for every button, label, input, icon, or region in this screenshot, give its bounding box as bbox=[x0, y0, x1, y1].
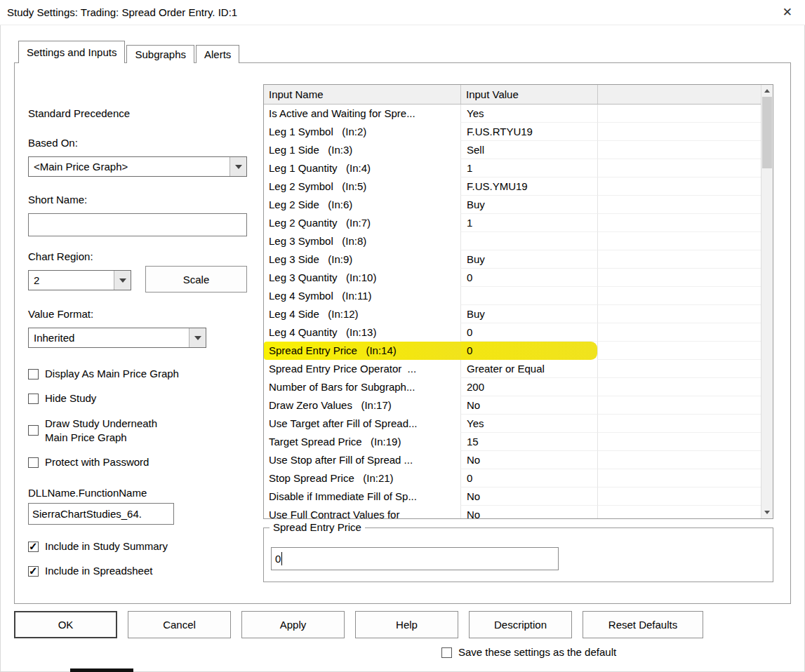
table-row[interactable]: Number of Bars for Subgraph...200 bbox=[264, 378, 773, 396]
input-value-cell: Yes bbox=[460, 105, 597, 123]
input-extra-cell bbox=[597, 269, 773, 287]
input-name-cell: Leg 1 Symbol (In:2) bbox=[264, 123, 460, 141]
chevron-down-icon[interactable] bbox=[189, 328, 206, 347]
input-extra-cell bbox=[597, 342, 773, 360]
input-extra-cell bbox=[597, 488, 773, 506]
input-value-cell: 1 bbox=[460, 159, 597, 177]
input-value-cell: Buy bbox=[460, 250, 597, 269]
input-extra-cell bbox=[597, 451, 773, 469]
checkbox-icon[interactable] bbox=[28, 542, 39, 552]
input-value-cell: 0 bbox=[460, 269, 597, 287]
scroll-up-button[interactable] bbox=[761, 85, 773, 97]
text-caret bbox=[281, 552, 282, 565]
checkbox-icon[interactable] bbox=[28, 457, 39, 468]
input-value-cell: F.US.RTYU19 bbox=[460, 123, 597, 141]
table-row[interactable]: Leg 1 Side (In:3)Sell bbox=[264, 141, 773, 159]
checkbox-draw-study-underneath[interactable]: Draw Study Underneath Main Price Graph bbox=[28, 417, 253, 445]
table-row[interactable]: Disable if Immediate Fill of Sp...No bbox=[264, 488, 773, 506]
table-row[interactable]: Leg 4 Symbol (In:11) bbox=[264, 287, 773, 305]
checkbox-icon[interactable] bbox=[28, 369, 39, 379]
input-value-cell: Buy bbox=[460, 305, 597, 323]
standard-precedence-label: Standard Precedence bbox=[28, 107, 130, 119]
column-header-input-value[interactable]: Input Value bbox=[460, 85, 597, 104]
input-extra-cell bbox=[597, 123, 773, 141]
spread-entry-price-value: 0 bbox=[275, 553, 281, 565]
checkbox-icon[interactable] bbox=[441, 647, 452, 658]
tab-subgraphs[interactable]: Subgraphs bbox=[126, 45, 194, 63]
input-extra-cell bbox=[597, 250, 773, 269]
input-extra-cell bbox=[597, 141, 773, 159]
help-button[interactable]: Help bbox=[355, 611, 458, 638]
table-row[interactable]: Leg 2 Quantity (In:7)1 bbox=[264, 214, 773, 232]
checkbox-label: Hide Study bbox=[45, 391, 96, 405]
dll-function-input[interactable] bbox=[28, 503, 174, 525]
table-row[interactable]: Stop Spread Price (In:21)0 bbox=[264, 469, 773, 488]
input-extra-cell bbox=[597, 415, 773, 433]
table-row[interactable]: Leg 4 Side (In:12)Buy bbox=[264, 305, 773, 323]
input-value-cell: No bbox=[460, 396, 597, 415]
table-row[interactable]: Draw Zero Values (In:17)No bbox=[264, 396, 773, 415]
apply-button[interactable]: Apply bbox=[241, 611, 345, 638]
input-extra-cell bbox=[597, 196, 773, 214]
checkbox-display-as-main-price-graph[interactable]: Display As Main Price Graph bbox=[28, 367, 253, 381]
checkbox-include-in-study-summary[interactable]: Include in Study Summary bbox=[28, 539, 253, 553]
table-row[interactable]: Leg 3 Quantity (In:10)0 bbox=[264, 269, 773, 287]
checkbox-icon[interactable] bbox=[28, 394, 39, 404]
table-row[interactable]: Leg 2 Side (In:6)Buy bbox=[264, 196, 773, 214]
table-row[interactable]: Use Stop after Fill of Spread ...No bbox=[264, 451, 773, 469]
input-value-cell: Greater or Equal bbox=[460, 360, 597, 378]
groupbox-title: Spread Entry Price bbox=[270, 521, 365, 533]
table-row-highlighted[interactable]: Spread Entry Price (In:14)0 bbox=[264, 342, 773, 360]
scrollbar-thumb[interactable] bbox=[762, 97, 772, 168]
reset-defaults-button[interactable]: Reset Defaults bbox=[583, 611, 703, 638]
window-title: Study Settings: Trading: Spread Order En… bbox=[7, 6, 777, 18]
spread-entry-price-input[interactable]: 0 bbox=[271, 547, 559, 570]
input-name-cell: Spread Entry Price Operator ... bbox=[264, 360, 460, 378]
input-value-cell: Yes bbox=[460, 415, 597, 433]
chevron-down-icon[interactable] bbox=[114, 271, 131, 290]
input-name-cell: Leg 2 Symbol (In:5) bbox=[264, 177, 460, 196]
table-row[interactable]: Is Active and Waiting for Spre...Yes bbox=[264, 105, 773, 123]
checkbox-icon[interactable] bbox=[28, 566, 39, 577]
table-row[interactable]: Use Full Contract Values forNo bbox=[264, 506, 773, 519]
cancel-button[interactable]: Cancel bbox=[128, 611, 231, 638]
input-value-cell: 15 bbox=[460, 433, 597, 451]
tab-settings-and-inputs[interactable]: Settings and Inputs bbox=[18, 41, 125, 63]
based-on-dropdown[interactable]: <Main Price Graph> bbox=[28, 156, 247, 177]
chevron-down-icon[interactable] bbox=[229, 157, 246, 176]
save-default-checkbox[interactable]: Save these settings as the default bbox=[441, 645, 616, 659]
description-button[interactable]: Description bbox=[469, 611, 572, 638]
table-row[interactable]: Leg 2 Symbol (In:5)F.US.YMU19 bbox=[264, 177, 773, 196]
table-row[interactable]: Leg 3 Side (In:9)Buy bbox=[264, 250, 773, 269]
checkbox-hide-study[interactable]: Hide Study bbox=[28, 391, 253, 405]
checkbox-include-in-spreadsheet[interactable]: Include in Spreadsheet bbox=[28, 564, 253, 578]
chart-region-dropdown[interactable]: 2 bbox=[28, 270, 131, 290]
tab-alerts[interactable]: Alerts bbox=[196, 45, 239, 63]
checkbox-protect-with-password[interactable]: Protect with Password bbox=[28, 455, 253, 469]
ok-button[interactable]: OK bbox=[14, 611, 117, 638]
input-name-cell: Leg 4 Quantity (In:13) bbox=[264, 323, 460, 342]
table-row[interactable]: Leg 4 Quantity (In:13)0 bbox=[264, 323, 773, 342]
checkbox-label: Include in Spreadsheet bbox=[45, 564, 152, 578]
close-icon[interactable]: ✕ bbox=[777, 4, 798, 21]
scroll-down-button[interactable] bbox=[761, 506, 773, 518]
checkbox-label: Protect with Password bbox=[45, 455, 149, 469]
input-extra-cell bbox=[597, 287, 773, 305]
checkbox-label: Draw Study Underneath Main Price Graph bbox=[45, 417, 157, 445]
input-extra-cell bbox=[597, 506, 773, 519]
table-row[interactable]: Spread Entry Price Operator ...Greater o… bbox=[264, 360, 773, 378]
table-row[interactable]: Leg 1 Quantity (In:4)1 bbox=[264, 159, 773, 177]
checkbox-icon[interactable] bbox=[28, 425, 39, 436]
table-scrollbar[interactable] bbox=[761, 85, 773, 518]
column-header-blank[interactable] bbox=[597, 85, 773, 104]
column-header-input-name[interactable]: Input Name bbox=[264, 85, 460, 104]
short-name-input[interactable] bbox=[28, 213, 247, 236]
inputs-table-header: Input NameInput Value bbox=[264, 85, 773, 105]
value-format-label: Value Format: bbox=[28, 308, 93, 320]
table-row[interactable]: Leg 1 Symbol (In:2)F.US.RTYU19 bbox=[264, 123, 773, 141]
table-row[interactable]: Use Target after Fill of Spread...Yes bbox=[264, 415, 773, 433]
table-row[interactable]: Leg 3 Symbol (In:8) bbox=[264, 232, 773, 250]
value-format-dropdown[interactable]: Inherited bbox=[28, 328, 206, 348]
table-row[interactable]: Target Spread Price (In:19)15 bbox=[264, 433, 773, 451]
scale-button[interactable]: Scale bbox=[145, 266, 247, 293]
